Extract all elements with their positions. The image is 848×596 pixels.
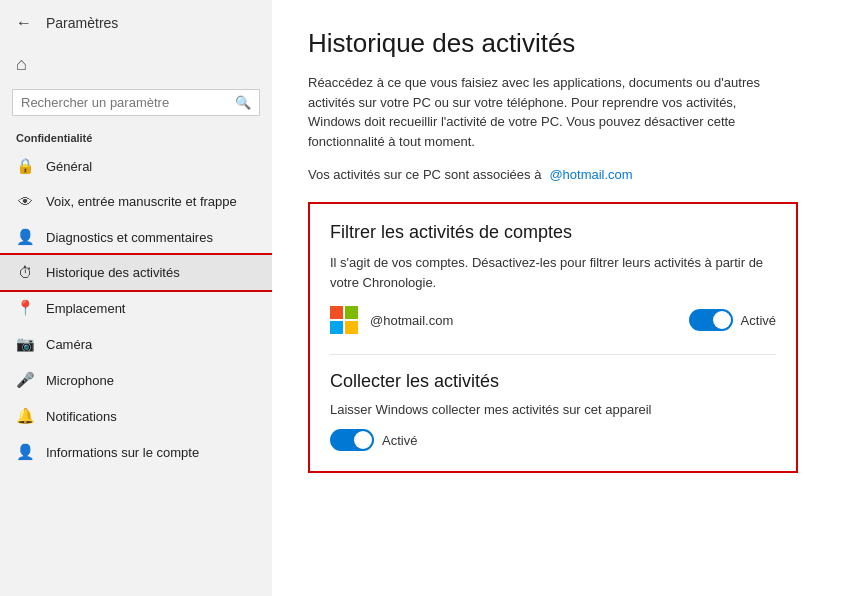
sidebar-title: Paramètres	[46, 15, 118, 31]
location-icon: 📍	[16, 299, 34, 317]
svg-rect-0	[330, 306, 343, 319]
svg-rect-3	[345, 321, 358, 334]
sidebar-item-emplacement[interactable]: 📍 Emplacement	[0, 290, 272, 326]
filter-section-title: Filtrer les activités de comptes	[330, 222, 776, 243]
sidebar-item-historique[interactable]: ⏱ Historique des activités	[0, 255, 272, 290]
microsoft-logo	[330, 306, 358, 334]
sidebar-home[interactable]: ⌂	[0, 46, 272, 83]
filter-section: Filtrer les activités de comptes Il s'ag…	[308, 202, 798, 473]
svg-rect-1	[345, 306, 358, 319]
sidebar-item-label: Notifications	[46, 409, 117, 424]
collect-toggle-label: Activé	[382, 433, 417, 448]
sidebar-item-label: Voix, entrée manuscrite et frappe	[46, 194, 237, 209]
main-content: Historique des activités Réaccédez à ce …	[272, 0, 848, 596]
sidebar-item-label: Caméra	[46, 337, 92, 352]
back-button[interactable]: ←	[12, 10, 36, 36]
sidebar-item-diagnostics[interactable]: 👤 Diagnostics et commentaires	[0, 219, 272, 255]
sidebar-item-label: Emplacement	[46, 301, 125, 316]
sidebar-item-voice[interactable]: 👁 Voix, entrée manuscrite et frappe	[0, 184, 272, 219]
notifications-icon: 🔔	[16, 407, 34, 425]
collect-section-title: Collecter les activités	[330, 371, 776, 392]
sidebar-item-notifications[interactable]: 🔔 Notifications	[0, 398, 272, 434]
camera-icon: 📷	[16, 335, 34, 353]
sidebar-item-info-compte[interactable]: 👤 Informations sur le compte	[0, 434, 272, 470]
filter-toggle[interactable]	[689, 309, 733, 331]
sidebar: ← Paramètres ⌂ 🔍 Confidentialité 🔒 Génér…	[0, 0, 272, 596]
filter-toggle-row: Activé	[689, 309, 776, 331]
filter-toggle-label: Activé	[741, 313, 776, 328]
home-icon: ⌂	[16, 54, 27, 75]
sidebar-item-label: Historique des activités	[46, 265, 180, 280]
account-email-display: @hotmail.com	[549, 167, 632, 182]
search-icon: 🔍	[235, 95, 251, 110]
account-icon: 👤	[16, 443, 34, 461]
filter-section-desc: Il s'agit de vos comptes. Désactivez-les…	[330, 253, 776, 292]
sidebar-item-label: Diagnostics et commentaires	[46, 230, 213, 245]
sidebar-item-label: Informations sur le compte	[46, 445, 199, 460]
voice-icon: 👁	[16, 193, 34, 210]
svg-rect-2	[330, 321, 343, 334]
search-box[interactable]: 🔍	[12, 89, 260, 116]
lock-icon: 🔒	[16, 157, 34, 175]
collect-toggle[interactable]	[330, 429, 374, 451]
search-input[interactable]	[21, 95, 229, 110]
sidebar-item-general[interactable]: 🔒 Général	[0, 148, 272, 184]
diagnostics-icon: 👤	[16, 228, 34, 246]
filter-account-row: @hotmail.com Activé	[330, 306, 776, 334]
account-association-line: Vos activités sur ce PC sont associées à…	[308, 167, 812, 182]
page-title: Historique des activités	[308, 28, 812, 59]
sidebar-item-label: Microphone	[46, 373, 114, 388]
sidebar-item-microphone[interactable]: 🎤 Microphone	[0, 362, 272, 398]
history-icon: ⏱	[16, 264, 34, 281]
section-divider	[330, 354, 776, 355]
page-description: Réaccédez à ce que vous faisiez avec les…	[308, 73, 788, 151]
sidebar-header: ← Paramètres	[0, 0, 272, 46]
account-line-prefix: Vos activités sur ce PC sont associées à	[308, 167, 541, 182]
microphone-icon: 🎤	[16, 371, 34, 389]
collect-section-desc: Laisser Windows collecter mes activités …	[330, 402, 776, 417]
sidebar-section-label: Confidentialité	[0, 126, 272, 148]
filter-account-email: @hotmail.com	[370, 313, 677, 328]
sidebar-item-camera[interactable]: 📷 Caméra	[0, 326, 272, 362]
collect-toggle-row: Activé	[330, 429, 776, 451]
sidebar-item-label: Général	[46, 159, 92, 174]
